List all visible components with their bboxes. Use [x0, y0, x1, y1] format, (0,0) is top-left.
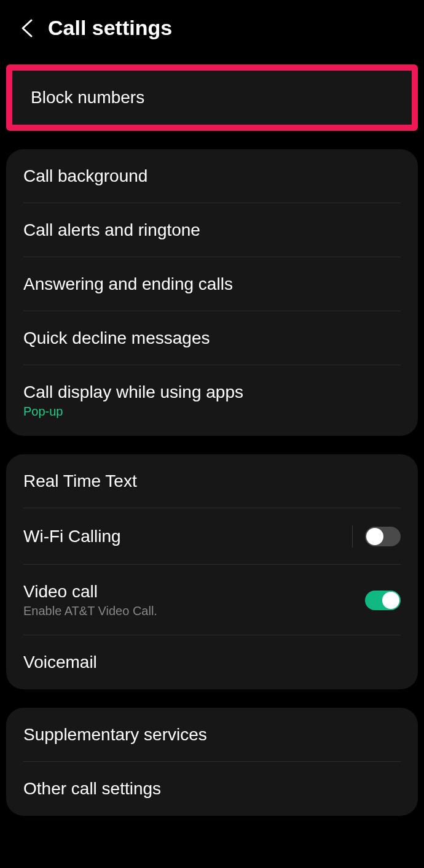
toggle-wrap [365, 591, 401, 610]
list-item[interactable]: Real Time Text [6, 454, 418, 508]
toggle-knob [366, 528, 383, 545]
list-item[interactable]: Supplementary services [6, 708, 418, 762]
toggle-switch[interactable] [365, 527, 401, 546]
item-content: Video callEnable AT&T Video Call. [23, 582, 365, 618]
item-content: Wi-Fi Calling [23, 527, 352, 546]
settings-group: Supplementary servicesOther call setting… [6, 708, 418, 816]
list-item[interactable]: Answering and ending calls [6, 257, 418, 311]
list-item[interactable]: Call alerts and ringtone [6, 203, 418, 257]
list-item[interactable]: Wi-Fi Calling [6, 508, 418, 565]
item-label: Wi-Fi Calling [23, 527, 352, 546]
list-item[interactable]: Call display while using appsPop-up [6, 365, 418, 436]
list-item[interactable]: Other call settings [6, 762, 418, 816]
list-item[interactable]: Video callEnable AT&T Video Call. [6, 565, 418, 635]
item-label: Answering and ending calls [23, 274, 401, 294]
settings-group: Real Time TextWi-Fi CallingVideo callEna… [6, 454, 418, 689]
toggle-switch[interactable] [365, 591, 401, 610]
page-title: Call settings [48, 16, 172, 40]
header: Call settings [0, 0, 424, 58]
item-sublabel: Enable AT&T Video Call. [23, 604, 365, 618]
toggle-knob [382, 592, 399, 609]
back-icon[interactable] [18, 20, 36, 37]
block-numbers-item[interactable]: Block numbers [12, 71, 412, 125]
item-label: Quick decline messages [23, 328, 401, 348]
highlight-box: Block numbers [6, 64, 418, 131]
item-sublabel: Pop-up [23, 405, 401, 419]
list-item[interactable]: Call background [6, 149, 418, 203]
list-item[interactable]: Voicemail [6, 635, 418, 689]
chevron-left-icon [20, 18, 34, 38]
item-label: Call background [23, 166, 401, 186]
list-item[interactable]: Quick decline messages [6, 311, 418, 365]
item-label: Other call settings [23, 779, 401, 799]
block-numbers-label: Block numbers [31, 88, 144, 107]
toggle-wrap [352, 525, 401, 548]
item-label: Call alerts and ringtone [23, 220, 401, 240]
item-label: Call display while using apps [23, 382, 401, 402]
item-label: Supplementary services [23, 725, 401, 745]
item-label: Video call [23, 582, 365, 602]
divider-vertical [352, 525, 353, 548]
settings-group: Call backgroundCall alerts and ringtoneA… [6, 149, 418, 436]
item-label: Voicemail [23, 653, 401, 672]
item-label: Real Time Text [23, 471, 401, 491]
